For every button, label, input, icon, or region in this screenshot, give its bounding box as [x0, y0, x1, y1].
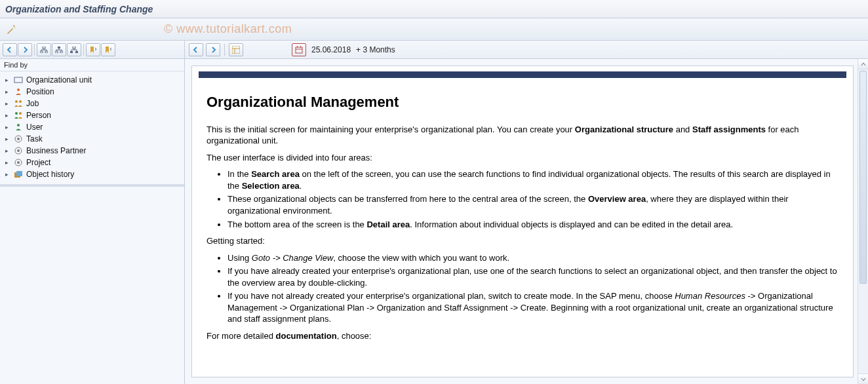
- expand-icon: ▸: [5, 101, 10, 106]
- scroll-up-button[interactable]: [858, 59, 868, 69]
- overview-area: Organizational Management This is the in…: [185, 59, 868, 384]
- scroll-thumb[interactable]: [859, 71, 867, 284]
- vertical-scrollbar[interactable]: [858, 59, 868, 384]
- svg-rect-1: [40, 51, 43, 53]
- expand-icon: ▸: [5, 89, 10, 94]
- expand-icon: ▸: [5, 125, 10, 130]
- expand-icon: ▸: [5, 172, 10, 177]
- person-icon: [13, 111, 24, 120]
- areas-intro: The user interface is divided into four …: [207, 152, 838, 164]
- svg-rect-2: [45, 51, 48, 53]
- svg-rect-5: [60, 51, 63, 53]
- getting-started-label: Getting started:: [207, 235, 838, 247]
- text: , choose:: [337, 331, 372, 341]
- nav-back-button[interactable]: [189, 43, 203, 56]
- bold-text: Selection area: [242, 181, 300, 191]
- find-by-tree: ▸ Organizational unit ▸ Position ▸ Job ▸…: [0, 71, 184, 184]
- tree-item-project[interactable]: ▸ Project: [4, 157, 183, 168]
- bookmark-prev-button[interactable]: [86, 43, 100, 56]
- tree-item-job[interactable]: ▸ Job: [4, 98, 183, 109]
- nav-back-button[interactable]: [3, 43, 17, 56]
- text: , choose the view with which you want to…: [333, 253, 509, 263]
- text: on the left of the screen, you can use t…: [227, 169, 831, 191]
- title-bar: Organization and Staffing Change: [0, 0, 868, 18]
- areas-list: In the Search area on the left of the sc…: [227, 168, 838, 230]
- bold-text: Search area: [251, 169, 300, 179]
- tree-item-label: Job: [26, 99, 39, 108]
- list-item: If you have not already created your ent…: [227, 290, 838, 325]
- date-picker-button[interactable]: [292, 43, 306, 56]
- svg-point-11: [15, 100, 18, 103]
- toolbar-separator: [34, 44, 35, 56]
- svg-rect-27: [296, 47, 302, 53]
- svg-point-13: [15, 112, 18, 115]
- text: and: [673, 125, 692, 134]
- list-item: Using Goto -> Change View, choose the vi…: [227, 252, 838, 264]
- list-item: In the Search area on the left of the sc…: [227, 168, 838, 191]
- bold-text: Detail area: [366, 220, 410, 229]
- task-icon: [13, 134, 24, 144]
- expand-icon: ▸: [5, 113, 10, 118]
- main-split: Find by ▸ Organizational unit ▸ Position…: [0, 41, 868, 384]
- svg-rect-7: [70, 51, 73, 53]
- history-icon: [13, 170, 24, 179]
- hierarchy-2-button[interactable]: [52, 43, 66, 56]
- svg-point-17: [17, 138, 20, 140]
- bold-text: Staff assignments: [692, 125, 766, 134]
- tree-item-org-unit[interactable]: ▸ Organizational unit: [4, 74, 183, 86]
- scroll-track[interactable]: [858, 69, 868, 374]
- svg-point-15: [17, 124, 20, 126]
- tree-item-position[interactable]: ▸ Position: [4, 86, 183, 98]
- tree-item-label: Business Partner: [26, 146, 86, 155]
- expand-icon: ▸: [5, 77, 10, 83]
- tree-item-user[interactable]: ▸ User: [4, 121, 183, 133]
- user-icon: [13, 123, 24, 132]
- hierarchy-3-button[interactable]: [67, 43, 81, 56]
- svg-point-21: [17, 161, 20, 164]
- bold-text: Organizational structure: [575, 125, 673, 134]
- tree-item-label: Task: [26, 134, 43, 144]
- svg-rect-8: [75, 51, 78, 53]
- nav-forward-button[interactable]: [18, 43, 32, 56]
- hierarchy-1-button[interactable]: [37, 43, 51, 56]
- svg-point-12: [19, 100, 22, 103]
- tree-item-person[interactable]: ▸ Person: [4, 109, 183, 121]
- svg-point-14: [19, 112, 22, 115]
- layout-button[interactable]: [229, 43, 243, 56]
- tree-item-label: Organizational unit: [26, 75, 92, 85]
- job-icon: [13, 99, 24, 108]
- list-item: These organizational objects can be tran…: [227, 193, 838, 216]
- period-value: + 3 Months: [356, 45, 395, 54]
- left-pane: Find by ▸ Organizational unit ▸ Position…: [0, 41, 185, 384]
- tree-item-label: Position: [26, 87, 54, 96]
- scroll-down-button[interactable]: [858, 374, 868, 384]
- text: .: [300, 181, 302, 191]
- wand-icon[interactable]: [4, 22, 18, 37]
- bookmark-next-button[interactable]: [101, 43, 115, 56]
- tree-item-label: Project: [26, 158, 50, 167]
- find-by-header: Find by: [0, 59, 184, 71]
- period-display: 25.06.2018 + 3 Months: [292, 43, 395, 56]
- tree-item-label: Object history: [26, 170, 74, 179]
- svg-rect-4: [55, 51, 58, 53]
- bold-text: documentation: [276, 331, 337, 341]
- position-icon: [13, 87, 24, 96]
- application-toolbar: © www.tutorialkart.com: [0, 18, 868, 41]
- svg-rect-24: [232, 46, 240, 54]
- tree-item-business-partner[interactable]: ▸ Business Partner: [4, 145, 183, 157]
- expand-icon: ▸: [5, 160, 10, 165]
- svg-rect-30: [300, 46, 301, 48]
- content-body: Organizational Management This is the in…: [192, 78, 853, 355]
- tree-item-object-history[interactable]: ▸ Object history: [4, 168, 183, 180]
- italic-text: Goto -> Change View: [252, 253, 333, 263]
- tree-item-task[interactable]: ▸ Task: [4, 133, 183, 145]
- list-item: The bottom area of the screen is the Det…: [227, 219, 838, 231]
- accent-bar: [199, 71, 846, 78]
- page-title: Organization and Staffing Change: [5, 4, 153, 14]
- selection-area: [0, 184, 184, 384]
- nav-forward-button[interactable]: [206, 43, 220, 56]
- toolbar-separator: [224, 44, 225, 56]
- svg-rect-29: [297, 46, 298, 48]
- text: Using: [227, 253, 252, 263]
- svg-rect-23: [16, 171, 22, 176]
